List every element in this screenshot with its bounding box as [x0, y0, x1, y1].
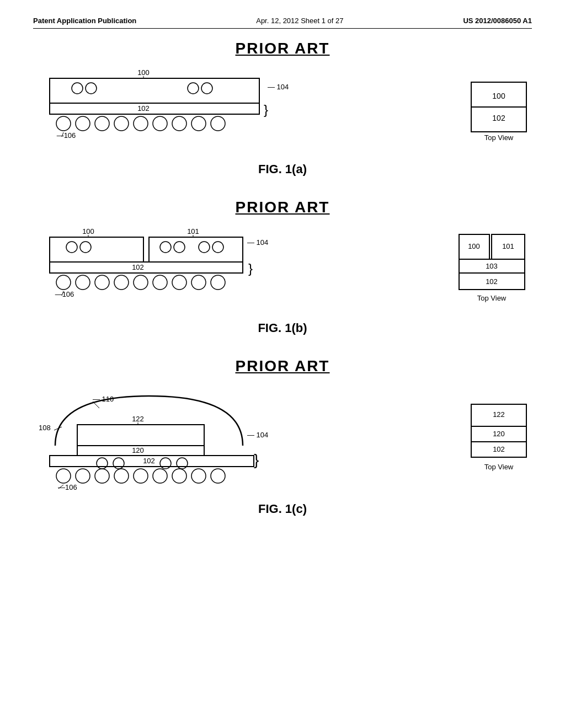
svg-point-12	[95, 116, 109, 131]
svg-text:—106: —106	[57, 131, 76, 140]
svg-point-5	[86, 83, 97, 94]
svg-point-16	[172, 116, 186, 131]
svg-text:—106: —106	[55, 290, 74, 298]
svg-rect-63	[77, 425, 204, 446]
svg-text:—106: —106	[58, 483, 77, 491]
svg-text:102: 102	[137, 104, 150, 113]
section-fig1a: PRIOR ART — 104 100	[33, 40, 532, 176]
svg-point-6	[188, 83, 199, 94]
svg-text:108: 108	[39, 424, 51, 432]
svg-point-77	[114, 469, 129, 483]
svg-text:120: 120	[132, 446, 144, 454]
svg-text:Top View: Top View	[477, 294, 507, 302]
svg-text:100: 100	[137, 68, 150, 77]
patent-page: Patent Application Publication Apr. 12, …	[0, 0, 565, 728]
header-right: US 2012/0086050 A1	[463, 17, 532, 25]
svg-text:— 104: — 104	[247, 431, 268, 439]
svg-text:100: 100	[82, 227, 94, 235]
svg-point-17	[191, 116, 206, 131]
svg-point-10	[56, 116, 71, 131]
svg-point-35	[80, 242, 91, 253]
fig1a-top-view: 100 102 Top View	[466, 77, 532, 148]
svg-text:}: }	[254, 451, 259, 468]
svg-point-4	[72, 83, 83, 94]
svg-text:101: 101	[502, 242, 514, 250]
svg-text:102: 102	[492, 114, 505, 122]
svg-point-78	[134, 469, 148, 483]
svg-point-50	[211, 275, 225, 290]
svg-text:122: 122	[493, 410, 505, 419]
prior-art-title-1b: PRIOR ART	[33, 199, 532, 216]
svg-text:— 104: — 104	[268, 83, 289, 91]
prior-art-title-1c: PRIOR ART	[33, 357, 532, 375]
header-left: Patent Application Publication	[33, 17, 136, 25]
svg-point-38	[199, 242, 210, 253]
svg-point-36	[160, 242, 171, 253]
svg-point-46	[134, 275, 148, 290]
fig1b-area: 100 101 — 104	[33, 226, 532, 317]
fig1a-label: FIG. 1(a)	[33, 162, 532, 176]
svg-point-39	[212, 242, 223, 253]
header-center: Apr. 12, 2012 Sheet 1 of 27	[256, 17, 343, 25]
svg-point-43	[76, 275, 90, 290]
prior-art-title-1a: PRIOR ART	[33, 40, 532, 57]
svg-text:102: 102	[132, 263, 144, 271]
svg-rect-27	[50, 237, 143, 262]
fig1a-main-diagram: — 104 100 102	[33, 67, 449, 158]
svg-point-14	[134, 116, 148, 131]
svg-point-11	[76, 116, 90, 131]
svg-text:102: 102	[143, 457, 155, 465]
svg-text:}: }	[264, 102, 268, 117]
svg-point-48	[172, 275, 186, 290]
svg-point-13	[114, 116, 129, 131]
svg-point-18	[211, 116, 225, 131]
svg-point-49	[191, 275, 206, 290]
svg-text:102: 102	[486, 277, 498, 286]
fig1b-main-diagram: 100 101 — 104	[33, 226, 438, 317]
svg-point-80	[172, 469, 186, 483]
svg-text:Top View: Top View	[484, 133, 514, 142]
fig1c-label: FIG. 1(c)	[33, 502, 532, 516]
svg-point-75	[76, 469, 90, 483]
page-header: Patent Application Publication Apr. 12, …	[33, 17, 532, 29]
svg-point-42	[56, 275, 71, 290]
svg-text:Top View: Top View	[484, 463, 514, 471]
svg-text:— 110: — 110	[93, 395, 114, 403]
svg-rect-40	[50, 262, 243, 273]
svg-point-76	[95, 469, 109, 483]
svg-text:101: 101	[187, 227, 199, 235]
svg-rect-8	[50, 103, 259, 114]
section-fig1c: PRIOR ART 122 120	[33, 357, 532, 516]
svg-text:}: }	[248, 261, 253, 276]
fig1c-top-view: 122 120 102 Top View	[466, 399, 532, 484]
svg-text:122: 122	[132, 415, 144, 423]
section-fig1b: PRIOR ART 100 101 — 104	[33, 199, 532, 335]
fig1b-label: FIG. 1(b)	[33, 321, 532, 335]
svg-text:100: 100	[468, 242, 480, 250]
svg-point-74	[56, 469, 71, 483]
svg-point-79	[153, 469, 167, 483]
svg-text:— 104: — 104	[247, 238, 268, 247]
svg-point-82	[211, 469, 225, 483]
fig1c-main-diagram: 122 120 102	[33, 385, 449, 497]
svg-rect-30	[149, 237, 243, 262]
svg-text:103: 103	[486, 262, 498, 270]
svg-text:120: 120	[493, 430, 505, 438]
svg-point-47	[153, 275, 167, 290]
svg-text:102: 102	[493, 445, 505, 453]
svg-point-7	[201, 83, 212, 94]
svg-point-37	[174, 242, 185, 253]
svg-point-44	[95, 275, 109, 290]
svg-point-15	[153, 116, 167, 131]
svg-point-81	[191, 469, 206, 483]
fig1c-area: 122 120 102	[33, 385, 532, 497]
svg-point-34	[66, 242, 77, 253]
fig1b-top-view: 100 101 103 102 Top View	[455, 229, 532, 314]
svg-point-45	[114, 275, 129, 290]
svg-rect-1	[50, 78, 259, 103]
fig1a-area: — 104 100 102	[33, 67, 532, 158]
svg-text:100: 100	[492, 92, 505, 100]
